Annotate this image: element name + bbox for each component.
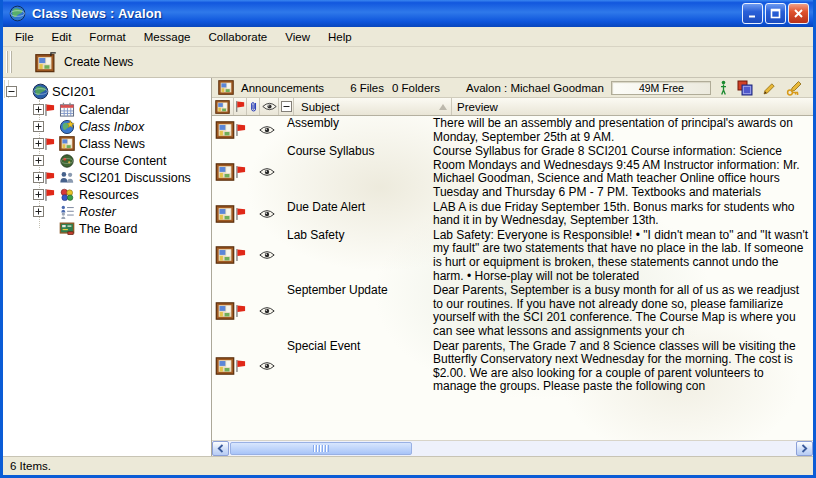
message-preview: LAB A is due Friday September 15th. Bonu… xyxy=(431,200,813,228)
tree-item-label: Roster xyxy=(79,205,116,219)
scroll-right-button[interactable] xyxy=(796,441,813,456)
message-row-due-date-alert[interactable]: Due Date Alert LAB A is due Friday Septe… xyxy=(212,200,813,228)
column-viewed[interactable] xyxy=(260,98,279,115)
free-space-label: 49M Free xyxy=(639,82,684,94)
tree-item-roster[interactable]: Roster xyxy=(3,203,211,220)
titlebar[interactable]: Class News : Avalon xyxy=(3,0,813,27)
app-window: Class News : Avalon File Edit Format Mes… xyxy=(0,0,816,478)
calendar-icon xyxy=(58,102,76,117)
message-preview: Lab Safety: Everyone is Responsible! • "… xyxy=(431,228,813,283)
minimize-icon xyxy=(747,8,758,19)
conference-title: Announcements xyxy=(241,82,324,94)
unread-flag-icon xyxy=(235,359,246,373)
resources-icon xyxy=(58,187,76,203)
news-icon xyxy=(215,121,235,139)
column-header-row: Subject Preview xyxy=(212,98,813,116)
unread-flag-icon xyxy=(235,207,246,221)
message-row-lab-safety[interactable]: Lab Safety Lab Safety: Everyone is Respo… xyxy=(212,228,813,283)
tree-item-class-inbox[interactable]: Class Inbox xyxy=(3,118,211,135)
expand-box-icon[interactable] xyxy=(33,155,44,166)
expand-box-icon[interactable] xyxy=(33,206,44,217)
column-preview[interactable]: Preview xyxy=(452,98,813,115)
key-pencil-icon[interactable] xyxy=(786,80,803,96)
tree-item-class-news[interactable]: Class News xyxy=(3,135,211,152)
infobar-icons xyxy=(719,80,807,96)
expand-box-icon[interactable] xyxy=(33,189,44,200)
window-title: Class News : Avalon xyxy=(32,6,740,21)
flag-icon xyxy=(235,100,245,113)
menu-collaborate[interactable]: Collaborate xyxy=(199,29,276,45)
unread-flag-icon xyxy=(235,123,246,137)
expand-box-icon[interactable] xyxy=(33,104,44,115)
unread-flag-icon xyxy=(235,248,246,262)
menu-file[interactable]: File xyxy=(6,29,43,45)
create-news-button[interactable]: Create News xyxy=(28,49,140,76)
news-icon xyxy=(215,302,235,320)
column-item-icon[interactable] xyxy=(212,98,234,115)
eye-icon xyxy=(262,102,277,111)
expand-box-icon[interactable] xyxy=(33,138,44,149)
unread-flag-icon xyxy=(235,165,246,179)
eye-icon xyxy=(259,167,275,177)
scrollbar-grip xyxy=(313,445,329,452)
close-button[interactable] xyxy=(788,3,809,24)
windows-icon[interactable] xyxy=(737,80,753,96)
inbox-globe-icon xyxy=(58,119,76,135)
announcements-list: Assembly There will be an assembly and p… xyxy=(212,116,813,440)
minus-box-icon xyxy=(281,101,292,112)
tree-item-calendar[interactable]: Calendar xyxy=(3,101,211,118)
tree-item-sci201[interactable]: SCI201 xyxy=(3,82,211,101)
message-subject: Due Date Alert xyxy=(279,200,431,228)
tree-item-label: The Board xyxy=(79,222,137,236)
tree-item-label: Class Inbox xyxy=(79,120,144,134)
eye-icon xyxy=(259,306,275,316)
tree-item-label: Course Content xyxy=(79,154,167,168)
pencil-icon[interactable] xyxy=(762,80,777,96)
news-icon xyxy=(215,246,235,264)
main-area: SCI201 Calendar Class Inbox Class News xyxy=(3,78,813,456)
menu-view[interactable]: View xyxy=(276,29,319,45)
unread-flag-icon xyxy=(235,304,246,318)
horizontal-scrollbar[interactable] xyxy=(212,440,813,456)
message-subject: Lab Safety xyxy=(279,228,431,283)
menu-message[interactable]: Message xyxy=(135,29,200,45)
person-icon[interactable] xyxy=(719,80,728,96)
collapse-all-box[interactable] xyxy=(279,98,294,115)
message-row-special-event[interactable]: Special Event Dear parents, The Grade 7 … xyxy=(212,339,813,394)
discussions-icon xyxy=(58,170,76,185)
toolbar-grip[interactable] xyxy=(6,51,14,73)
minimize-button[interactable] xyxy=(742,3,763,24)
course-content-icon xyxy=(58,153,76,169)
message-row-september-update[interactable]: September Update Dear Parents, September… xyxy=(212,283,813,338)
column-subject[interactable]: Subject xyxy=(294,98,452,115)
panel-infobar: Announcements 6 Files 0 Folders Avalon :… xyxy=(212,78,813,98)
tree-item-the-board[interactable]: The Board xyxy=(3,220,211,237)
maximize-button[interactable] xyxy=(765,3,786,24)
collapse-box-icon[interactable] xyxy=(6,86,17,97)
tree-item-course-content[interactable]: Course Content xyxy=(3,152,211,169)
subject-header-label: Subject xyxy=(301,101,339,113)
tree-item-label: Resources xyxy=(79,188,139,202)
menu-help[interactable]: Help xyxy=(319,29,361,45)
menu-format[interactable]: Format xyxy=(80,29,134,45)
message-row-assembly[interactable]: Assembly There will be an assembly and p… xyxy=(212,116,813,144)
roster-icon xyxy=(58,204,76,220)
column-attachment[interactable] xyxy=(247,98,260,115)
chevron-left-icon xyxy=(217,444,224,453)
server-account: Avalon : Michael Goodman xyxy=(466,82,604,94)
tree-panel: SCI201 Calendar Class Inbox Class News xyxy=(3,78,212,456)
message-subject: Assembly xyxy=(279,116,431,144)
unread-flag-icon xyxy=(44,171,55,185)
tree-item-sci201-discussions[interactable]: SCI201 Discussions xyxy=(3,169,211,186)
message-row-course-syllabus[interactable]: Course Syllabus Course Syllabus for Grad… xyxy=(212,144,813,199)
announcements-panel: Announcements 6 Files 0 Folders Avalon :… xyxy=(212,78,813,456)
scrollbar-thumb[interactable] xyxy=(230,442,412,455)
expand-box-icon[interactable] xyxy=(33,172,44,183)
menubar: File Edit Format Message Collaborate Vie… xyxy=(3,27,813,47)
menu-edit[interactable]: Edit xyxy=(43,29,81,45)
expand-box-icon[interactable] xyxy=(33,121,44,132)
scroll-left-button[interactable] xyxy=(212,441,229,456)
tree-item-resources[interactable]: Resources xyxy=(3,186,211,203)
items-count: 6 Items. xyxy=(10,460,51,472)
column-flag[interactable] xyxy=(234,98,247,115)
